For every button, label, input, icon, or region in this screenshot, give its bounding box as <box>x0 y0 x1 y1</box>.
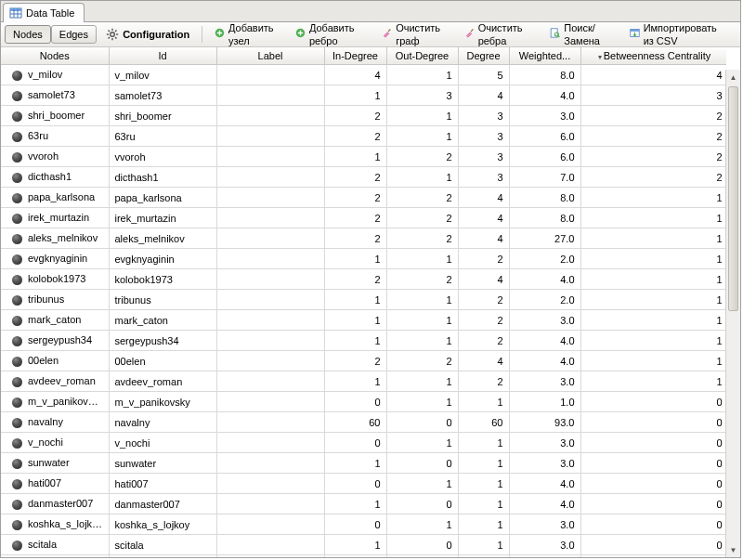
cell-degree[interactable]: 4 <box>458 188 509 208</box>
cell-out-degree[interactable]: 1 <box>386 474 458 494</box>
cell-betweenness[interactable]: 0 <box>580 494 726 514</box>
cell-nodes[interactable]: v_nochi <box>1 433 109 453</box>
cell-label[interactable] <box>216 474 324 494</box>
cell-id[interactable]: irek_murtazin <box>109 208 216 228</box>
cell-id[interactable]: 00elen <box>109 351 216 371</box>
cell-label[interactable] <box>216 147 324 167</box>
cell-betweenness[interactable]: 0 <box>580 535 726 555</box>
cell-label[interactable] <box>216 514 324 535</box>
vertical-scrollbar[interactable]: ▲ ▼ <box>725 70 740 557</box>
cell-weighted[interactable]: 8.0 <box>509 208 580 228</box>
cell-in-degree[interactable]: 1 <box>324 310 386 331</box>
cell-in-degree[interactable]: 1 <box>324 371 386 392</box>
cell-id[interactable]: navalny <box>109 412 216 433</box>
cell-weighted[interactable]: 8.0 <box>509 65 580 85</box>
cell-in-degree[interactable]: 2 <box>324 228 386 249</box>
cell-out-degree[interactable]: 0 <box>386 494 458 514</box>
cell-out-degree[interactable]: 1 <box>386 331 458 351</box>
col-degree[interactable]: Degree <box>458 47 509 65</box>
cell-nodes[interactable]: evgknyaginin <box>1 249 109 269</box>
cell-in-degree[interactable]: 0 <box>324 474 386 494</box>
cell-id[interactable]: sunwater <box>109 453 216 474</box>
cell-betweenness[interactable]: 1 <box>580 208 726 228</box>
cell-betweenness[interactable]: 0 <box>580 392 726 412</box>
table-row[interactable]: sunwatersunwater1013.00 <box>1 453 726 474</box>
table-row[interactable]: samolet73samolet731344.03 <box>1 85 726 106</box>
search-replace-button[interactable]: Поиск/Замена <box>543 19 622 50</box>
cell-nodes[interactable]: avdeev_roman <box>1 371 109 392</box>
cell-weighted[interactable]: 93.0 <box>509 412 580 433</box>
col-label[interactable]: Label <box>216 47 324 65</box>
table-row[interactable]: navalnynavalny6006093.00 <box>1 412 726 433</box>
cell-label[interactable] <box>216 555 324 558</box>
cell-out-degree[interactable]: 1 <box>386 106 458 126</box>
scroll-down-arrow[interactable]: ▼ <box>726 542 740 557</box>
table-row[interactable]: evgknyagininevgknyaginin1122.01 <box>1 249 726 269</box>
cell-label[interactable] <box>216 228 324 249</box>
cell-degree[interactable]: 4 <box>458 269 509 290</box>
cell-id[interactable]: shri_boomer <box>109 106 216 126</box>
table-row[interactable]: m_v_panikovskym_v_panikovsky0111.00 <box>1 392 726 412</box>
cell-degree[interactable]: 4 <box>458 85 509 106</box>
cell-betweenness[interactable]: 1 <box>580 310 726 331</box>
cell-degree[interactable]: 4 <box>458 228 509 249</box>
cell-nodes[interactable]: tribunus <box>1 290 109 310</box>
cell-weighted[interactable]: 3.0 <box>509 453 580 474</box>
cell-label[interactable] <box>216 412 324 433</box>
table-row[interactable]: koshka_s_lojkoykoshka_s_lojkoy0113.00 <box>1 514 726 535</box>
cell-betweenness[interactable]: 1 <box>580 249 726 269</box>
cell-in-degree[interactable]: 2 <box>324 188 386 208</box>
cell-in-degree[interactable]: 1 <box>324 147 386 167</box>
cell-label[interactable] <box>216 433 324 453</box>
cell-nodes[interactable]: koshka_s_lojkoy <box>1 514 109 535</box>
cell-in-degree[interactable]: 1 <box>324 535 386 555</box>
cell-id[interactable]: aleks_melnikov <box>109 228 216 249</box>
cell-in-degree[interactable]: 1 <box>324 453 386 474</box>
cell-weighted[interactable]: 4.0 <box>509 494 580 514</box>
cell-weighted[interactable]: 27.0 <box>509 228 580 249</box>
cell-degree[interactable]: 60 <box>458 412 509 433</box>
cell-label[interactable] <box>216 208 324 228</box>
cell-out-degree[interactable]: 3 <box>386 85 458 106</box>
table-row[interactable]: papa_karlsonapapa_karlsona2248.01 <box>1 188 726 208</box>
cell-id[interactable]: vvoroh <box>109 147 216 167</box>
cell-weighted[interactable]: 6.0 <box>509 147 580 167</box>
cell-betweenness[interactable]: 1 <box>580 269 726 290</box>
cell-out-degree[interactable]: 1 <box>386 555 458 558</box>
cell-label[interactable] <box>216 269 324 290</box>
add-edge-button[interactable]: Добавить ребро <box>289 19 375 50</box>
cell-label[interactable] <box>216 249 324 269</box>
cell-id[interactable]: submaster <box>109 555 216 558</box>
table-row[interactable]: shri_boomershri_boomer2133.02 <box>1 106 726 126</box>
cell-degree[interactable]: 3 <box>458 167 509 188</box>
cell-betweenness[interactable]: 0 <box>580 474 726 494</box>
add-node-button[interactable]: Добавить узел <box>208 19 289 50</box>
cell-degree[interactable]: 2 <box>458 371 509 392</box>
cell-betweenness[interactable]: 0 <box>580 555 726 558</box>
toggle-nodes[interactable]: Nodes <box>5 25 51 44</box>
cell-label[interactable] <box>216 167 324 188</box>
cell-id[interactable]: mark_caton <box>109 310 216 331</box>
cell-nodes[interactable]: submaster <box>1 555 109 558</box>
cell-id[interactable]: papa_karlsona <box>109 188 216 208</box>
cell-weighted[interactable]: 3.0 <box>509 371 580 392</box>
cell-nodes[interactable]: sunwater <box>1 453 109 474</box>
cell-in-degree[interactable]: 1 <box>324 290 386 310</box>
cell-degree[interactable]: 4 <box>458 208 509 228</box>
table-row[interactable]: sergeypush34sergeypush341124.01 <box>1 331 726 351</box>
cell-id[interactable]: dicthash1 <box>109 167 216 188</box>
cell-in-degree[interactable]: 0 <box>324 433 386 453</box>
table-row[interactable]: vvorohvvoroh1236.02 <box>1 147 726 167</box>
cell-betweenness[interactable]: 1 <box>580 188 726 208</box>
cell-id[interactable]: m_v_panikovsky <box>109 392 216 412</box>
cell-betweenness[interactable]: 0 <box>580 433 726 453</box>
col-weighted[interactable]: Weighted... <box>509 47 580 65</box>
table-row[interactable]: tribunustribunus1122.01 <box>1 290 726 310</box>
cell-weighted[interactable]: 3.0 <box>509 514 580 535</box>
cell-nodes[interactable]: samolet73 <box>1 85 109 106</box>
table-row[interactable]: v_nochiv_nochi0113.00 <box>1 433 726 453</box>
cell-degree[interactable]: 3 <box>458 106 509 126</box>
cell-betweenness[interactable]: 1 <box>580 351 726 371</box>
cell-betweenness[interactable]: 2 <box>580 106 726 126</box>
cell-label[interactable] <box>216 126 324 147</box>
